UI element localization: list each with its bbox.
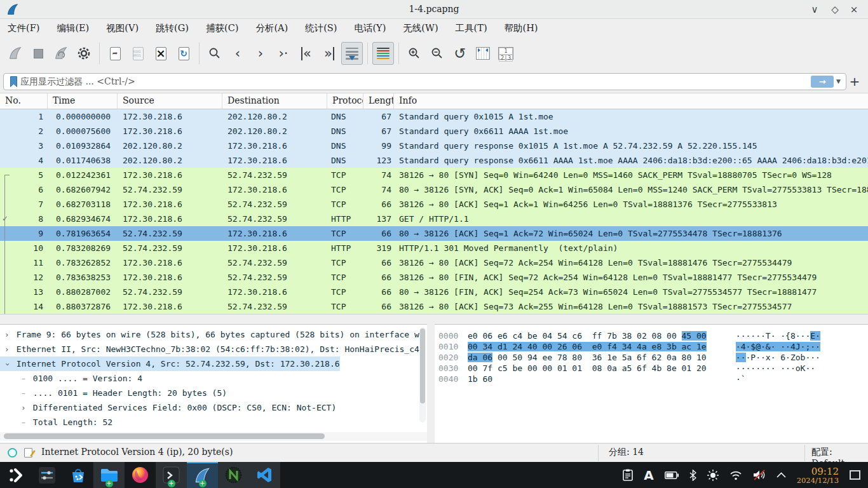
menu-item-2[interactable]: 视图(V) [106,22,139,34]
packet-row-14[interactable]: 140.880372876172.30.218.652.74.232.59TCP… [0,299,868,314]
packet-row-11[interactable]: 110.783262852172.30.218.652.74.232.59TCP… [0,255,868,270]
keyboard-layout-icon[interactable]: A [644,469,653,482]
column-header-info[interactable]: Info [394,93,868,109]
open-file-button[interactable]: ➦ [104,42,126,65]
packet-row-10[interactable]: 100.78320826952.74.232.59172.30.218.6HTT… [0,241,868,255]
hex-line-0030[interactable]: 003000 7f c5 be 00 00 01 01 08 0a a5 6f … [438,363,868,374]
wifi-icon[interactable] [729,470,742,480]
file-manager-button[interactable]: + [93,462,125,488]
menu-item-0[interactable]: 文件(F) [8,22,39,34]
expert-info-icon[interactable] [8,448,17,458]
detail-line-4[interactable]: – .... 0101 = Header Length: 20 bytes (5… [0,386,427,400]
auto-scroll-button[interactable] [341,42,363,65]
show-desktop-button[interactable] [850,470,860,480]
clock[interactable]: 09:12 2024/12/13 [797,466,839,484]
packet-row-3[interactable]: 30.010932864202.120.80.2172.30.218.6DNS9… [0,139,868,153]
zoom-reset-button[interactable]: ↺ [449,42,471,65]
resize-columns-button[interactable] [472,42,494,65]
expanded-arrow-icon[interactable]: › [0,360,15,369]
menu-item-10[interactable]: 帮助(H) [505,22,538,34]
discover-button[interactable] [62,462,93,488]
go-to-packet-button[interactable]: ›· [273,42,294,65]
konsole-button[interactable]: + [156,462,187,488]
bookmark-icon[interactable] [6,76,20,87]
hex-line-0000[interactable]: 0000e0 06 e6 c4 be 04 54 c6 ff 7b 38 02 … [438,330,868,341]
menu-item-3[interactable]: 跳转(G) [156,22,189,34]
restart-capture-button[interactable] [50,42,72,65]
detail-line-0[interactable]: › Frame 9: 66 bytes on wire (528 bits), … [0,327,427,342]
capture-options-button[interactable] [73,42,95,65]
go-back-button[interactable]: ‹ [227,42,248,65]
column-header-time[interactable]: Time [48,93,118,109]
column-header-destination[interactable]: Destination [222,93,327,109]
minimize-button[interactable]: ∨ [807,3,822,17]
packet-row-4[interactable]: 40.011740638202.120.80.2172.30.218.6DNS1… [0,153,868,168]
firefox-button[interactable] [125,462,156,488]
column-header-no[interactable]: No. [0,93,48,109]
pane-splitter[interactable] [0,314,868,324]
menu-item-9[interactable]: 工具(T) [456,22,487,34]
tray-expand-caret-icon[interactable] [776,472,786,478]
go-forward-button[interactable]: › [250,42,271,65]
column-header-lengtl[interactable]: Lengtl [363,93,394,109]
volume-muted-icon[interactable] [753,470,766,480]
close-button[interactable]: × [846,3,862,17]
detail-line-5[interactable]: › Differentiated Services Field: 0x00 (D… [0,400,427,415]
menu-item-6[interactable]: 统计(S) [305,22,337,34]
menu-item-5[interactable]: 分析(A) [255,22,288,34]
detail-line-1[interactable]: › Ethernet II, Src: NewH3CTechno_7b:38:0… [0,342,427,356]
menu-item-8[interactable]: 无线(W) [403,22,438,34]
zoom-out-button[interactable] [426,42,448,65]
hex-line-0010[interactable]: 001000 34 d1 24 40 00 26 06 e0 f4 34 4a … [438,341,868,352]
layout-button[interactable]: 123 [495,42,517,65]
bluetooth-icon[interactable] [689,470,696,481]
collapsed-arrow-icon[interactable]: › [3,328,11,342]
packet-row-5[interactable]: 50.012242361172.30.218.652.74.232.59TCP7… [0,168,868,182]
last-packet-button[interactable]: » [318,42,340,65]
hex-dump-pane[interactable]: 0000e0 06 e6 c4 be 04 54 c6 ff 7b 38 02 … [435,324,868,443]
reload-file-button[interactable]: ↻ [173,42,194,65]
packet-detail-pane[interactable]: › Frame 9: 66 bytes on wire (528 bits), … [0,324,427,443]
packet-row-12[interactable]: 120.783638253172.30.218.652.74.232.59TCP… [0,270,868,285]
brightness-icon[interactable] [707,470,719,481]
detail-horizontal-scrollbar[interactable] [0,432,427,441]
collapsed-arrow-icon[interactable]: › [3,342,11,357]
first-packet-button[interactable]: « [295,42,317,65]
neovim-button[interactable] [218,462,249,488]
find-packet-button[interactable] [204,42,226,65]
colorize-button[interactable] [372,42,394,65]
apply-filter-button[interactable]: → [811,76,834,88]
packet-row-2[interactable]: 20.000075600172.30.218.6202.120.80.2DNS6… [0,124,868,139]
detail-line-3[interactable]: – 0100 .... = Version: 4 [0,371,427,386]
packet-row-6[interactable]: 60.68260794252.74.232.59172.30.218.6TCP7… [0,182,868,197]
hex-line-0040[interactable]: 00401b 60·` [438,374,868,384]
packet-row-7[interactable]: 70.682703118172.30.218.652.74.232.59TCP6… [0,197,868,212]
system-settings-button[interactable] [31,462,62,488]
capture-comment-icon[interactable] [24,448,32,458]
menu-item-4[interactable]: 捕获(C) [206,22,238,34]
menu-item-1[interactable]: 编辑(E) [57,22,89,34]
maximize-button[interactable]: ◇ [827,3,843,17]
filter-dropdown-arrow-icon[interactable]: ▼ [836,78,841,85]
packet-row-13[interactable]: 130.88028700252.74.232.59172.30.218.6TCP… [0,285,868,299]
menu-item-7[interactable]: 电话(Y) [354,22,386,34]
detail-vertical-scrollbar[interactable] [419,327,426,423]
packet-row-1[interactable]: 10.000000000172.30.218.6202.120.80.2DNS6… [0,109,868,124]
app-launcher-button[interactable] [0,462,31,488]
collapsed-arrow-icon[interactable]: › [19,401,28,416]
start-capture-button[interactable] [4,42,26,65]
clipboard-icon[interactable] [623,469,633,481]
stop-capture-button[interactable] [27,42,49,65]
add-filter-button[interactable]: + [846,74,863,89]
packet-row-8[interactable]: 80.682934674172.30.218.652.74.232.59HTTP… [0,212,868,226]
detail-line-2[interactable]: › Internet Protocol Version 4, Src: 52.7… [0,356,427,371]
display-filter-input[interactable] [20,76,811,86]
close-file-button[interactable]: × [150,42,172,65]
detail-line-6[interactable]: – Total Length: 52 [0,415,427,430]
packet-row-9[interactable]: 90.78196365452.74.232.59172.30.218.6TCP6… [0,226,868,241]
zoom-in-button[interactable] [403,42,425,65]
packet-list[interactable]: ✓ 10.000000000172.30.218.6202.120.80.2DN… [0,109,868,314]
vscode-button[interactable] [249,462,280,488]
battery-icon[interactable] [665,471,679,479]
column-header-protocol[interactable]: Protocol [327,93,363,109]
